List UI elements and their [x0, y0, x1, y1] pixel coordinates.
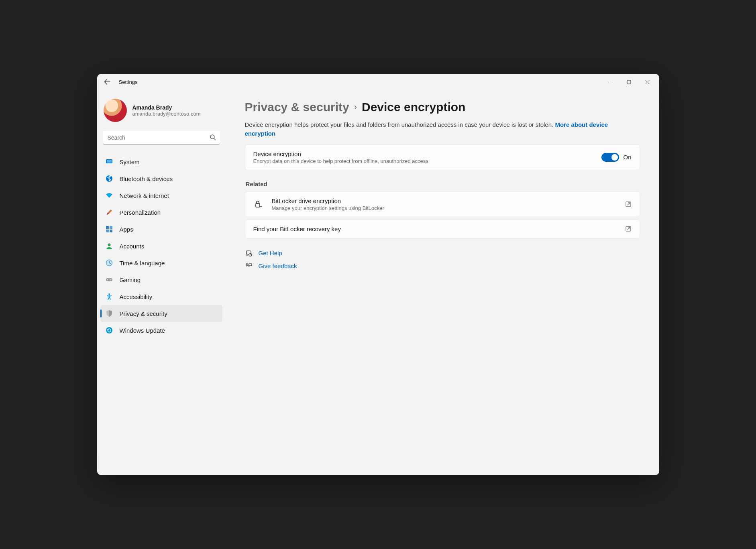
search-icon: [210, 134, 216, 140]
settings-window: Settings Amanda Brady amanda.brady@conto…: [97, 74, 659, 475]
maximize-icon: [627, 80, 631, 84]
sidebar-item-label: Privacy & security: [120, 310, 167, 317]
sidebar-item-windows-update[interactable]: Windows Update: [100, 322, 222, 339]
gamepad-icon: [105, 276, 113, 284]
sidebar-item-label: Apps: [120, 226, 133, 233]
encryption-title: Device encryption: [253, 150, 594, 157]
sidebar-item-accounts[interactable]: Accounts: [100, 238, 222, 254]
sidebar-item-time-language[interactable]: Time & language: [100, 254, 222, 271]
arrow-left-icon: [104, 79, 110, 85]
back-button[interactable]: [103, 77, 112, 86]
breadcrumb-current: Device encryption: [362, 100, 465, 114]
encryption-toggle[interactable]: [601, 153, 619, 162]
svg-point-21: [247, 263, 248, 265]
clock-icon: [105, 259, 113, 267]
minimize-button[interactable]: [601, 75, 620, 88]
sidebar-item-label: System: [120, 159, 140, 165]
external-link-icon: [625, 226, 632, 232]
sidebar-item-label: Accessibility: [120, 293, 153, 300]
sidebar-item-label: Bluetooth & devices: [120, 175, 173, 182]
profile-block[interactable]: Amanda Brady amanda.brady@contoso.com: [100, 94, 222, 129]
help-icon: ?: [245, 250, 253, 257]
nav-list: SystemBluetooth & devicesNetwork & inter…: [100, 149, 222, 339]
svg-point-9: [108, 244, 110, 246]
accessibility-icon: [105, 293, 113, 301]
svg-rect-8: [110, 230, 112, 232]
svg-rect-5: [106, 226, 109, 229]
get-help-link[interactable]: ? Get Help: [245, 250, 640, 257]
svg-rect-16: [256, 203, 260, 207]
sidebar-item-label: Personalization: [120, 209, 161, 216]
svg-rect-3: [107, 160, 112, 163]
sidebar-item-network-internet[interactable]: Network & internet: [100, 187, 222, 204]
description-text: Device encryption helps protect your fil…: [245, 121, 555, 128]
encryption-subtitle: Encrypt data on this device to help prot…: [253, 158, 594, 164]
wifi-icon: [105, 191, 113, 199]
brush-icon: [105, 208, 113, 216]
svg-rect-22: [249, 264, 252, 266]
recovery-key-card[interactable]: Find your BitLocker recovery key: [245, 220, 640, 238]
main-content: Privacy & security › Device encryption D…: [226, 90, 659, 475]
titlebar: Settings: [97, 74, 659, 90]
recovery-key-title: Find your BitLocker recovery key: [253, 226, 617, 232]
related-label: Related: [246, 181, 640, 187]
minimize-icon: [608, 80, 613, 84]
sidebar-item-bluetooth-devices[interactable]: Bluetooth & devices: [100, 170, 222, 187]
bitlocker-subtitle: Manage your encryption settings using Bi…: [272, 205, 617, 211]
external-link-icon: [625, 201, 632, 207]
sidebar: Amanda Brady amanda.brady@contoso.com Sy…: [97, 90, 226, 475]
sidebar-item-gaming[interactable]: Gaming: [100, 271, 222, 288]
sidebar-item-accessibility[interactable]: Accessibility: [100, 288, 222, 305]
svg-rect-11: [106, 278, 112, 281]
close-icon: [645, 80, 650, 84]
svg-point-1: [210, 135, 214, 139]
get-help-label: Get Help: [259, 250, 282, 256]
svg-rect-6: [110, 226, 112, 229]
update-icon: [105, 326, 113, 334]
sidebar-item-apps[interactable]: Apps: [100, 221, 222, 238]
apps-icon: [105, 225, 113, 233]
window-title: Settings: [119, 79, 138, 85]
svg-point-13: [110, 279, 111, 280]
breadcrumb-parent[interactable]: Privacy & security: [245, 100, 349, 114]
profile-name: Amanda Brady: [132, 104, 201, 111]
bitlocker-title: BitLocker drive encryption: [272, 197, 617, 204]
footer-links: ? Get Help Give feedback: [245, 250, 640, 270]
sidebar-item-label: Accounts: [120, 243, 145, 250]
sidebar-item-label: Network & internet: [120, 192, 169, 199]
bitlocker-card[interactable]: BitLocker drive encryption Manage your e…: [245, 191, 640, 217]
breadcrumb: Privacy & security › Device encryption: [245, 100, 640, 114]
sidebar-item-privacy-security[interactable]: Privacy & security: [100, 305, 222, 322]
svg-point-12: [107, 279, 108, 280]
page-description: Device encryption helps protect your fil…: [245, 120, 622, 138]
close-button[interactable]: [638, 75, 657, 88]
sidebar-item-label: Windows Update: [120, 327, 165, 334]
search-box: [103, 131, 220, 144]
feedback-icon: [245, 262, 253, 270]
svg-rect-0: [627, 80, 631, 84]
bluetooth-icon: [105, 175, 113, 183]
sidebar-item-system[interactable]: System: [100, 153, 222, 170]
sidebar-item-label: Time & language: [120, 260, 165, 266]
avatar: [104, 99, 127, 122]
maximize-button[interactable]: [620, 75, 638, 88]
give-feedback-link[interactable]: Give feedback: [245, 262, 640, 270]
chevron-right-icon: ›: [354, 102, 357, 112]
person-icon: [105, 242, 113, 250]
shield-icon: [105, 309, 113, 317]
svg-text:?: ?: [250, 254, 251, 256]
profile-email: amanda.brady@contoso.com: [132, 111, 201, 117]
display-icon: [105, 158, 113, 166]
svg-rect-7: [106, 230, 109, 232]
lock-icon: [253, 200, 264, 209]
encryption-card: Device encryption Encrypt data on this d…: [245, 144, 640, 170]
svg-point-15: [106, 327, 112, 333]
search-input[interactable]: [103, 131, 220, 144]
give-feedback-label: Give feedback: [259, 262, 297, 269]
sidebar-item-personalization[interactable]: Personalization: [100, 204, 222, 221]
sidebar-item-label: Gaming: [120, 277, 141, 283]
encryption-toggle-state: On: [623, 154, 631, 161]
